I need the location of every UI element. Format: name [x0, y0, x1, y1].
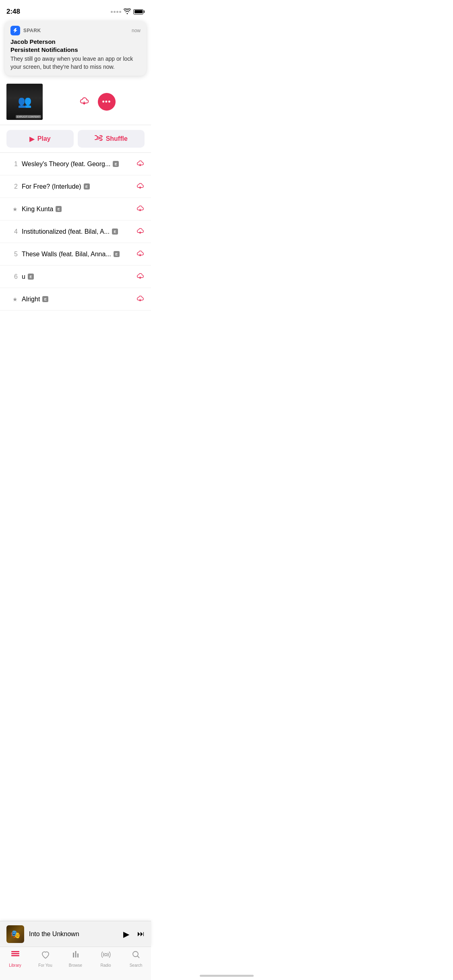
- track-row-7[interactable]: ★ Alright E: [0, 288, 151, 311]
- track-download-2[interactable]: [136, 181, 145, 192]
- track-download-4[interactable]: [136, 226, 145, 237]
- track-info-1: Wesley's Theory (feat. Georg... E: [22, 161, 132, 168]
- wifi-icon: [124, 8, 131, 15]
- track-num-area-7: ★: [6, 296, 18, 303]
- track-number-5: 5: [14, 251, 18, 258]
- track-info-5: These Walls (feat. Bilal, Anna... E: [22, 251, 132, 258]
- notif-app-name: SPARK: [23, 28, 41, 33]
- track-info-7: Alright E: [22, 296, 132, 303]
- spark-app-icon: [10, 26, 20, 35]
- track-name-5: These Walls (feat. Bilal, Anna...: [22, 251, 111, 258]
- track-number-1: 1: [14, 161, 18, 168]
- track-num-area-4: 4: [6, 228, 18, 235]
- track-number-4: 4: [14, 228, 18, 235]
- explicit-badge-5: E: [114, 251, 120, 257]
- album-section: 👥 EXPLICIT CONTENT •••: [0, 79, 151, 125]
- album-actions: •••: [49, 93, 145, 111]
- explicit-badge-3: E: [56, 206, 62, 212]
- notif-app-info: SPARK: [10, 26, 41, 35]
- track-name-3: King Kunta: [22, 206, 53, 213]
- shuffle-label: Shuffle: [106, 135, 128, 142]
- track-row-3[interactable]: ★ King Kunta E: [0, 198, 151, 220]
- track-row-2[interactable]: 2 For Free? (Interlude) E: [0, 175, 151, 198]
- track-number-6: 6: [14, 273, 18, 280]
- play-button[interactable]: ▶ Play: [6, 130, 74, 148]
- shuffle-icon: [95, 135, 103, 143]
- track-row-5[interactable]: 5 These Walls (feat. Bilal, Anna... E: [0, 243, 151, 266]
- track-name-4: Institutionalized (feat. Bilal, A...: [22, 228, 110, 235]
- track-name-1: Wesley's Theory (feat. Georg...: [22, 161, 110, 168]
- track-download-7[interactable]: [136, 294, 145, 305]
- track-info-2: For Free? (Interlude) E: [22, 183, 132, 190]
- track-num-area-5: 5: [6, 251, 18, 258]
- explicit-badge-6: E: [28, 274, 34, 280]
- track-number-2: 2: [14, 183, 18, 190]
- track-info-3: King Kunta E: [22, 206, 132, 213]
- signal-icon: [111, 11, 121, 13]
- track-list: 1 Wesley's Theory (feat. Georg... E 2 Fo…: [0, 152, 151, 311]
- track-info-6: u E: [22, 273, 132, 280]
- track-download-1[interactable]: [136, 159, 145, 169]
- track-name-6: u: [22, 273, 25, 280]
- track-name-2: For Free? (Interlude): [22, 183, 81, 190]
- play-label: Play: [37, 135, 51, 142]
- track-name-7: Alright: [22, 296, 40, 303]
- track-info-4: Institutionalized (feat. Bilal, A... E: [22, 228, 132, 235]
- track-num-area-3: ★: [6, 206, 18, 212]
- notif-subject: Persistent Notifications: [10, 46, 141, 54]
- status-time: 2:48: [6, 8, 20, 16]
- album-art: 👥 EXPLICIT CONTENT: [6, 84, 43, 120]
- explicit-badge-4: E: [112, 229, 118, 235]
- track-num-area-6: 6: [6, 273, 18, 280]
- status-icons: [111, 8, 145, 15]
- track-download-5[interactable]: [136, 249, 145, 259]
- notif-body: They still go away when you leave an app…: [10, 55, 141, 71]
- track-download-3[interactable]: [136, 204, 145, 214]
- track-num-area-2: 2: [6, 183, 18, 190]
- battery-icon: [133, 9, 145, 14]
- track-row-1[interactable]: 1 Wesley's Theory (feat. Georg... E: [0, 153, 151, 175]
- notif-header: SPARK now: [10, 26, 141, 35]
- track-star-7: ★: [12, 296, 18, 303]
- notification-banner[interactable]: SPARK now Jacob Peterson Persistent Noti…: [5, 21, 146, 76]
- track-row-6[interactable]: 6 u E: [0, 266, 151, 288]
- explicit-badge-7: E: [42, 296, 48, 302]
- explicit-badge-2: E: [84, 183, 90, 189]
- track-download-6[interactable]: [136, 272, 145, 282]
- track-star-3: ★: [12, 206, 18, 212]
- more-options-button[interactable]: •••: [98, 93, 116, 111]
- track-row-4[interactable]: 4 Institutionalized (feat. Bilal, A... E: [0, 220, 151, 243]
- album-art-image: 👥 EXPLICIT CONTENT: [6, 84, 43, 120]
- shuffle-button[interactable]: Shuffle: [78, 130, 145, 148]
- download-button[interactable]: [79, 95, 90, 108]
- explicit-badge-1: E: [113, 161, 119, 167]
- more-dots-icon: •••: [102, 98, 111, 106]
- notif-time: now: [132, 28, 141, 33]
- notif-sender: Jacob Peterson: [10, 38, 141, 46]
- status-bar: 2:48: [0, 0, 151, 18]
- play-shuffle-row: ▶ Play Shuffle: [0, 125, 151, 152]
- track-num-area-1: 1: [6, 161, 18, 168]
- play-icon: ▶: [29, 135, 34, 143]
